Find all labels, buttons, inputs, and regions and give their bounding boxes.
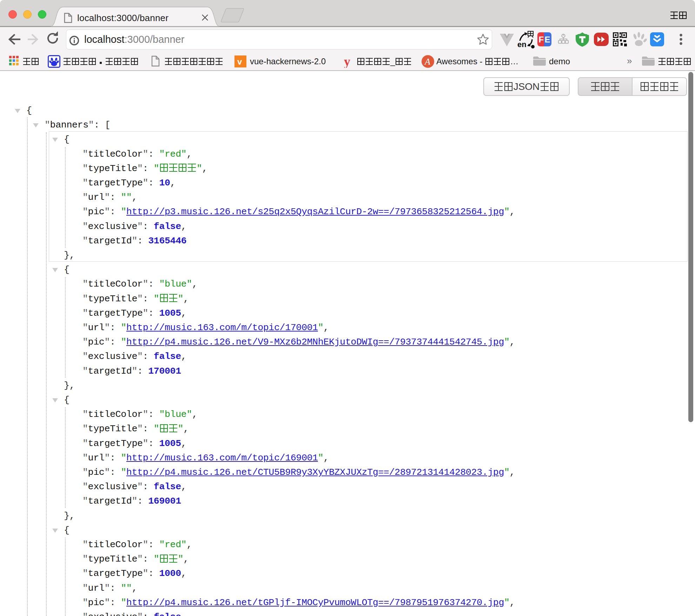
svg-text:F: F xyxy=(539,35,544,44)
svg-text:A: A xyxy=(424,57,430,67)
svg-text:en: en xyxy=(517,40,527,48)
svg-text:y: y xyxy=(344,55,350,68)
svg-text:E: E xyxy=(545,35,550,44)
svg-text:v: v xyxy=(237,57,242,66)
